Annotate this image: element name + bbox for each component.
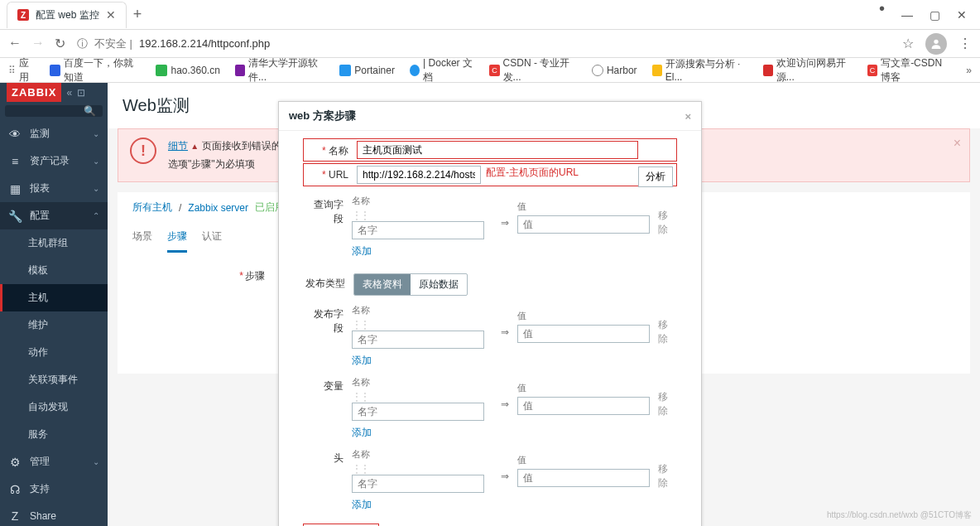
hdr-add-link[interactable]: 添加 (352, 498, 676, 512)
analyze-button[interactable]: 分析 (638, 166, 673, 187)
logo-area: ZABBIX « ⊡ (0, 83, 108, 102)
bookmark-baidu[interactable]: 百度一下，你就知道 (50, 56, 141, 84)
bookmark-search[interactable]: 开源搜索与分析 · El... (652, 57, 748, 83)
toggle-raw[interactable]: 原始数据 (411, 274, 467, 295)
close-window-icon[interactable]: ✕ (957, 8, 967, 22)
drag-icon[interactable]: ⋮⋮ (352, 463, 368, 475)
search-fav-icon (652, 65, 662, 76)
query-name-input[interactable] (352, 221, 484, 239)
nav-support[interactable]: ☊支持 (0, 475, 108, 503)
bookmark-portainer[interactable]: Portainer (339, 65, 395, 76)
zabbix-logo[interactable]: ZABBIX (7, 83, 61, 102)
url-input[interactable]: ⓘ 不安全 | 192.168.2.214/httpconf.php (77, 36, 891, 51)
tab-steps[interactable]: 步骤 (167, 223, 187, 253)
post-name-input[interactable] (352, 331, 484, 349)
toggle-form[interactable]: 表格资料 (354, 274, 411, 295)
remove-link[interactable]: 移除 (658, 390, 676, 418)
dot-icon: • (879, 8, 885, 22)
name-input[interactable] (357, 141, 638, 159)
chevron-down-icon: ⌄ (93, 157, 99, 166)
post-type-toggle[interactable]: 表格资料 原始数据 (353, 273, 468, 296)
remove-link[interactable]: 移除 (658, 462, 676, 490)
bookmark-csdn[interactable]: CCSDN - 专业开发... (489, 56, 576, 84)
profile-avatar[interactable] (925, 33, 947, 55)
sub-maintenance[interactable]: 维护 (0, 311, 108, 339)
sub-action[interactable]: 动作 (0, 339, 108, 366)
breadcrumb-all[interactable]: 所有主机 (132, 200, 172, 215)
menu-icon[interactable]: ⋮ (958, 36, 972, 51)
insecure-icon: ⓘ (77, 36, 88, 51)
drag-icon[interactable]: ⋮⋮ (352, 391, 368, 403)
chevron-up-icon: ⌃ (93, 211, 99, 220)
post-add-link[interactable]: 添加 (352, 354, 676, 368)
eye-icon: 👁 (8, 128, 22, 141)
browser-tab-bar: Z 配置 web 监控 ✕ + • — ▢ ✕ (0, 0, 980, 30)
tab-close-icon[interactable]: ✕ (106, 8, 116, 22)
new-tab-button[interactable]: + (133, 6, 142, 23)
bookmark-hao360[interactable]: hao.360.cn (156, 65, 219, 76)
url-input[interactable] (357, 166, 481, 184)
nav-config[interactable]: 🔧配置⌃ (0, 202, 108, 229)
drag-icon[interactable]: ⋮⋮ (352, 210, 368, 221)
hdr-value-input[interactable] (517, 469, 650, 487)
nav-admin[interactable]: ⚙管理⌄ (0, 448, 108, 475)
remove-link[interactable]: 移除 (658, 318, 676, 346)
grid-icon[interactable]: ⊡ (77, 87, 85, 99)
var-value-input[interactable] (517, 397, 650, 415)
query-add-link[interactable]: 添加 (352, 244, 676, 258)
sub-host[interactable]: 主机 (0, 284, 108, 311)
var-name-input[interactable] (352, 403, 484, 421)
header-label: 头 (304, 448, 352, 466)
sub-discovery[interactable]: 自动发现 (0, 393, 108, 421)
arrow-icon: ⇒ (492, 471, 517, 482)
var-add-link[interactable]: 添加 (352, 426, 676, 440)
nav-asset[interactable]: ≡资产记录⌄ (0, 147, 108, 175)
nav-share[interactable]: ZShare (0, 503, 108, 526)
sub-correlation[interactable]: 关联项事件 (0, 366, 108, 393)
tab-auth[interactable]: 认证 (202, 223, 222, 253)
alert-details-link[interactable]: 细节 (168, 140, 188, 152)
back-icon[interactable]: ← (8, 36, 22, 51)
tab-title: 配置 web 监控 (36, 8, 99, 22)
gear-icon: ⚙ (8, 456, 22, 469)
url-bar: ← → ↻ ⓘ 不安全 | 192.168.2.214/httpconf.php… (0, 30, 980, 58)
reload-icon[interactable]: ↻ (55, 36, 65, 51)
bookmark-harbor[interactable]: Harbor (592, 65, 637, 76)
sub-service[interactable]: 服务 (0, 421, 108, 448)
sub-template[interactable]: 模板 (0, 257, 108, 284)
drag-icon[interactable]: ⋮⋮ (352, 319, 368, 331)
collapse-icon[interactable]: « (66, 87, 72, 99)
bookmark-write[interactable]: C写文章-CSDN博客 (867, 56, 951, 84)
star-icon[interactable]: ☆ (902, 36, 914, 51)
docker-icon (410, 65, 420, 76)
bookmark-tsinghua[interactable]: 清华大学开源软件... (235, 56, 324, 84)
search-icon: 🔍 (84, 105, 96, 117)
url-text: 192.168.2.214/httpconf.php (139, 37, 270, 50)
bookmark-docker[interactable]: | Docker 文档 (410, 56, 474, 84)
query-value-input[interactable] (517, 215, 650, 234)
sidebar: ZABBIX « ⊡ 🔍 👁监测⌄ ≡资产记录⌄ ▦报表⌄ 🔧配置⌃ 主机群组 … (0, 83, 108, 526)
maximize-icon[interactable]: ▢ (930, 8, 940, 22)
breadcrumb-server[interactable]: Zabbix server (188, 202, 248, 214)
tab-scenario[interactable]: 场景 (132, 223, 152, 253)
hdr-name-input[interactable] (352, 475, 484, 493)
minimize-icon[interactable]: — (901, 8, 913, 22)
browser-tab[interactable]: Z 配置 web 监控 ✕ (7, 2, 127, 28)
step-label: 步骤 (245, 270, 265, 282)
bookmarks-overflow-icon[interactable]: » (966, 65, 972, 76)
post-value-input[interactable] (517, 325, 650, 343)
modal-close-icon[interactable]: × (685, 110, 691, 123)
tab-favicon-icon: Z (17, 9, 29, 21)
alert-close-icon[interactable]: × (954, 136, 961, 151)
sidebar-search[interactable]: 🔍 (5, 105, 103, 117)
apps-button[interactable]: ⠿应用 (8, 56, 35, 84)
write-icon: C (867, 65, 877, 76)
sub-hostgroup[interactable]: 主机群组 (0, 229, 108, 257)
remove-link[interactable]: 移除 (658, 209, 676, 237)
nav-report[interactable]: ▦报表⌄ (0, 175, 108, 202)
forward-icon: → (31, 36, 45, 51)
name-label: 名称 (329, 145, 348, 157)
variable-label: 变量 (304, 376, 352, 393)
nav-monitor[interactable]: 👁监测⌄ (0, 120, 108, 147)
bookmark-netease[interactable]: 欢迎访问网易开源... (763, 56, 853, 84)
